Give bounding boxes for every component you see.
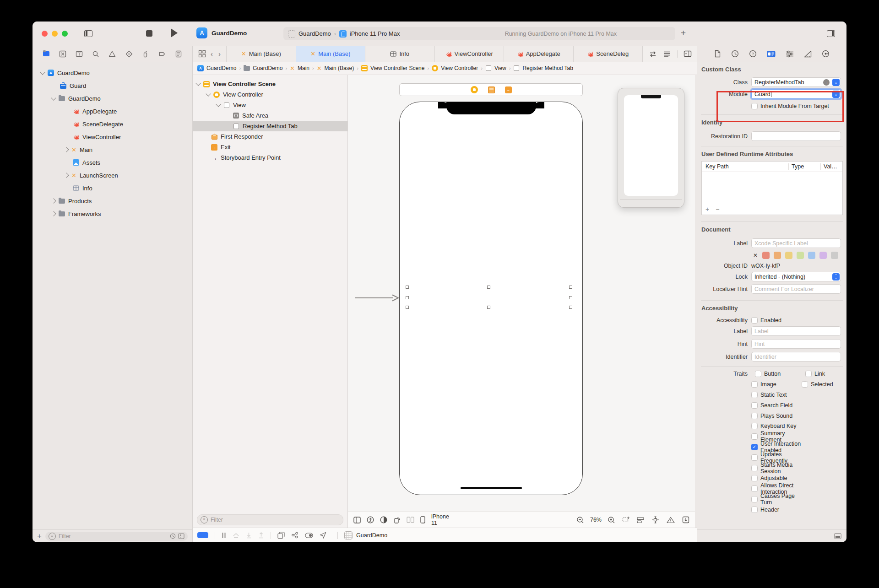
- simulate-location-icon[interactable]: [320, 532, 326, 539]
- identity-inspector-icon-selected[interactable]: [767, 50, 776, 58]
- tab-viewcontroller[interactable]: ViewController: [435, 46, 505, 62]
- col-key-path[interactable]: Key Path: [702, 163, 788, 170]
- accessibility-enabled-checkbox[interactable]: [751, 317, 758, 324]
- nav-item-viewcontroller[interactable]: ViewController: [33, 130, 192, 143]
- outline-item-exit[interactable]: →Exit: [193, 142, 347, 152]
- lock-dropdown-stepper-icon[interactable]: ⌃⌄: [832, 273, 840, 281]
- zoom-out-button[interactable]: [576, 516, 584, 524]
- module-dropdown-icon[interactable]: ⌄: [832, 91, 840, 98]
- source-control-status-icon[interactable]: [178, 533, 184, 539]
- pause-icon[interactable]: [222, 532, 226, 539]
- nav-item-appdelegate[interactable]: AppDelegate: [33, 105, 192, 118]
- issue-navigator-icon[interactable]: [108, 49, 117, 59]
- inherit-module-checkbox[interactable]: [751, 103, 758, 109]
- step-out-icon[interactable]: [258, 532, 264, 539]
- nav-item-guard[interactable]: Guard: [33, 79, 192, 92]
- exit-icon[interactable]: →: [505, 86, 512, 93]
- attributes-inspector-icon[interactable]: [786, 50, 794, 58]
- tab-scenedelegate[interactable]: SceneDeleg: [574, 46, 643, 62]
- a11y-hint-field[interactable]: Hint: [751, 339, 841, 349]
- a11y-label-field[interactable]: Label: [751, 326, 841, 336]
- step-into-icon[interactable]: [246, 532, 252, 539]
- minimize-window-button[interactable]: [52, 31, 58, 37]
- nav-item-main-storyboard[interactable]: ✕Main: [33, 143, 192, 156]
- resolve-autolayout-icon[interactable]: [667, 517, 675, 523]
- align-icon[interactable]: [637, 517, 644, 523]
- recent-files-icon[interactable]: [170, 533, 176, 539]
- new-tab-button[interactable]: +: [681, 28, 686, 38]
- trait-checkbox-image[interactable]: [751, 381, 758, 388]
- trait-checkbox-summary-element[interactable]: [751, 433, 758, 440]
- appearance-toggle-icon[interactable]: [380, 516, 387, 523]
- orientation-toggle-icon[interactable]: [393, 516, 401, 523]
- trait-checkbox-causes-page-turn[interactable]: [751, 496, 758, 502]
- trait-checkbox-starts-media-session[interactable]: [751, 465, 758, 471]
- trait-checkbox-plays-sound[interactable]: [751, 413, 758, 419]
- file-inspector-icon[interactable]: [714, 50, 721, 58]
- device-name-label[interactable]: iPhone 11: [431, 513, 453, 526]
- breadcrumb-item[interactable]: View Controller: [441, 65, 478, 71]
- color-swatch-red[interactable]: [762, 252, 770, 259]
- nav-item-guarddemo-group[interactable]: GuardDemo: [33, 92, 192, 105]
- nav-item-guarddemo-project[interactable]: AGuardDemo: [33, 66, 192, 79]
- device-preview-thumbnail[interactable]: [618, 88, 684, 208]
- memory-graph-icon[interactable]: [291, 532, 298, 539]
- toggle-outline-icon[interactable]: [353, 517, 361, 523]
- first-responder-icon[interactable]: [488, 86, 495, 93]
- nav-item-scenedelegate[interactable]: SceneDelegate: [33, 118, 192, 130]
- localizer-hint-field[interactable]: Comment For Localizer: [751, 284, 841, 294]
- close-window-button[interactable]: [42, 31, 48, 37]
- toggle-navigator-icon[interactable]: [83, 28, 94, 38]
- breadcrumb-item[interactable]: View: [494, 65, 506, 71]
- remove-attribute-button[interactable]: −: [716, 205, 719, 213]
- trait-checkbox-updates-frequently[interactable]: [751, 454, 758, 461]
- embed-icon[interactable]: [682, 516, 689, 523]
- debug-navigator-icon[interactable]: [141, 49, 150, 59]
- accessibility-preview-icon[interactable]: [367, 516, 374, 523]
- outline-item-safe-area[interactable]: Safe Area: [193, 110, 347, 121]
- go-back-button[interactable]: ‹: [211, 50, 213, 58]
- connections-inspector-icon[interactable]: [822, 50, 830, 58]
- color-swatch-orange[interactable]: [774, 252, 781, 259]
- breadcrumb-item[interactable]: GuardDemo: [253, 65, 282, 71]
- tab-appdelegate[interactable]: AppDelegate: [504, 46, 574, 62]
- zoom-level[interactable]: 76%: [590, 517, 602, 523]
- tab-main-base-2-active[interactable]: ✕Main (Base): [296, 46, 366, 62]
- disclosure-open-icon[interactable]: [206, 91, 211, 96]
- trait-checkbox-keyboard-key[interactable]: [751, 423, 758, 429]
- tab-info[interactable]: Info: [365, 46, 435, 62]
- report-navigator-icon[interactable]: [174, 49, 183, 59]
- breakpoint-navigator-icon[interactable]: [157, 49, 167, 59]
- outline-item-first-responder[interactable]: First Responder: [193, 131, 347, 142]
- outline-item-view[interactable]: View: [193, 100, 347, 110]
- breadcrumb-item[interactable]: Main (Base): [325, 65, 354, 71]
- disclosure-open-icon[interactable]: [51, 95, 56, 100]
- outline-filter-field[interactable]: ≡ Filter: [197, 514, 343, 525]
- runtime-attributes-table[interactable]: Key Path Type Val… + −: [701, 161, 843, 215]
- iphone-device-canvas[interactable]: [399, 102, 583, 495]
- nav-item-frameworks[interactable]: Frameworks: [33, 207, 192, 220]
- outline-item-entry-point[interactable]: →Storyboard Entry Point: [193, 152, 347, 163]
- device-icon[interactable]: [420, 516, 425, 523]
- history-inspector-icon[interactable]: [731, 50, 739, 58]
- color-swatch-yellow[interactable]: [785, 252, 792, 259]
- tab-overview-icon[interactable]: [198, 50, 206, 58]
- trait-checkbox-header[interactable]: [751, 507, 758, 513]
- disclosure-closed-icon[interactable]: [64, 173, 69, 178]
- restoration-id-field[interactable]: [751, 131, 841, 141]
- project-navigator-icon[interactable]: [42, 49, 51, 59]
- module-field-focused[interactable]: Guard ⌄: [751, 89, 841, 99]
- add-attribute-button[interactable]: +: [705, 205, 709, 213]
- nav-item-info-plist[interactable]: Info: [33, 182, 192, 194]
- class-field[interactable]: RegisterMethodTab → ⌄: [751, 77, 841, 87]
- go-forward-button[interactable]: ›: [218, 50, 221, 58]
- eject-up-icon[interactable]: [233, 532, 239, 539]
- view-controller-icon[interactable]: [471, 86, 478, 93]
- color-swatch-green[interactable]: [797, 252, 804, 259]
- view-hierarchy-icon[interactable]: [277, 532, 285, 539]
- class-dropdown-icon[interactable]: ⌄: [832, 79, 840, 86]
- swap-editor-icon[interactable]: [649, 51, 657, 57]
- col-value[interactable]: Val…: [820, 163, 842, 170]
- col-type[interactable]: Type: [788, 163, 820, 170]
- zoom-window-button[interactable]: [62, 31, 68, 37]
